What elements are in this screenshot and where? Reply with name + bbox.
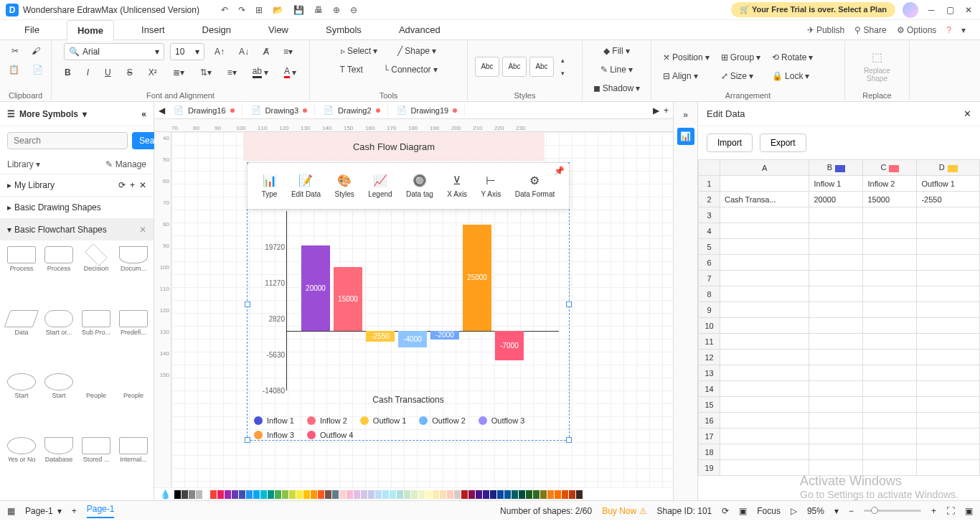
- color-swatch[interactable]: [239, 490, 245, 499]
- hamburger-icon[interactable]: ☰: [7, 109, 15, 119]
- color-swatch[interactable]: [339, 490, 346, 499]
- zoom-out-icon[interactable]: −: [849, 506, 854, 516]
- legend-inflow-2[interactable]: Inflow 2: [307, 416, 347, 425]
- copy-icon[interactable]: 📋: [4, 62, 24, 78]
- zoom-slider[interactable]: [864, 510, 921, 512]
- color-swatch[interactable]: [354, 490, 360, 499]
- color-swatch[interactable]: [555, 490, 561, 499]
- lib-refresh-icon[interactable]: ⟳: [118, 180, 126, 190]
- color-swatch[interactable]: [182, 490, 188, 499]
- lib-close-icon[interactable]: ✕: [139, 180, 146, 190]
- color-swatch[interactable]: [311, 490, 317, 499]
- color-swatch[interactable]: [425, 490, 432, 499]
- open-icon[interactable]: 📂: [273, 5, 283, 15]
- help-icon[interactable]: ?: [946, 25, 951, 35]
- symbols-tab[interactable]: Symbols: [316, 20, 372, 39]
- chart-dock-icon[interactable]: 📊: [677, 128, 694, 145]
- color-swatch[interactable]: [526, 490, 532, 499]
- shape-predefi-[interactable]: Predefi...: [118, 310, 149, 368]
- new-icon[interactable]: ⊞: [255, 5, 263, 15]
- bar-1[interactable]: 15000: [334, 267, 362, 331]
- italic-button[interactable]: I: [83, 63, 93, 81]
- lock-button[interactable]: 🔒 Lock▾: [768, 68, 817, 84]
- options-button[interactable]: ⚙ Options: [897, 25, 937, 35]
- eyedropper-icon[interactable]: 💧: [160, 490, 171, 500]
- superscript-button[interactable]: X²: [144, 63, 161, 81]
- refresh-icon[interactable]: ⟳: [722, 506, 729, 516]
- bar-0[interactable]: 20000: [301, 245, 330, 330]
- legend-outflow-3[interactable]: Outflow 3: [479, 416, 524, 425]
- close-button[interactable]: ✕: [963, 4, 974, 16]
- color-swatch[interactable]: [268, 490, 274, 499]
- legend-inflow-1[interactable]: Inflow 1: [254, 416, 294, 425]
- clear-format-icon[interactable]: A̸: [259, 43, 273, 60]
- color-palette[interactable]: 💧: [154, 487, 673, 500]
- doc-tab-3[interactable]: 📄 Drawing2: [316, 103, 387, 117]
- underline-button[interactable]: U: [100, 63, 116, 81]
- chart-styles-button[interactable]: 🎨Styles: [335, 174, 354, 198]
- color-swatch[interactable]: [275, 490, 281, 499]
- color-swatch[interactable]: [382, 490, 389, 499]
- cut-icon[interactable]: ✂: [7, 43, 23, 59]
- group-button[interactable]: ⊞ Group▾: [717, 50, 765, 65]
- bar-4[interactable]: -2000: [430, 331, 459, 340]
- zoom-label[interactable]: 95%: [807, 506, 824, 516]
- shape-tool[interactable]: ╱ Shape ▾: [393, 43, 440, 59]
- chart-legend-button[interactable]: 📈Legend: [368, 174, 392, 198]
- color-swatch[interactable]: [260, 490, 267, 499]
- color-swatch[interactable]: [404, 490, 410, 499]
- color-swatch[interactable]: [540, 490, 547, 499]
- shape-start-or-[interactable]: Start or...: [43, 310, 75, 368]
- color-swatch[interactable]: [533, 490, 540, 499]
- chart-xaxis-button[interactable]: ⊻X Axis: [447, 174, 467, 198]
- shape-database[interactable]: Database: [43, 437, 75, 495]
- color-swatch[interactable]: [225, 490, 231, 499]
- shadow-button[interactable]: ◼ Shadow▾: [589, 80, 644, 96]
- color-swatch[interactable]: [447, 490, 453, 499]
- zoomin-icon[interactable]: ⊕: [333, 5, 340, 15]
- color-swatch[interactable]: [433, 490, 439, 499]
- color-swatch[interactable]: [210, 490, 217, 499]
- color-swatch[interactable]: [440, 490, 446, 499]
- add-page-icon[interactable]: +: [72, 506, 77, 516]
- color-swatch[interactable]: [562, 490, 568, 499]
- more-symbols-label[interactable]: More Symbols: [19, 109, 78, 119]
- rotate-button[interactable]: ⟲ Rotate▾: [768, 50, 817, 65]
- color-swatch[interactable]: [253, 490, 260, 499]
- export-button[interactable]: Export: [760, 134, 806, 152]
- color-swatch[interactable]: [361, 490, 367, 499]
- color-swatch[interactable]: [576, 490, 583, 499]
- color-swatch[interactable]: [318, 490, 324, 499]
- collapse-panel-icon[interactable]: «: [141, 109, 146, 119]
- color-swatch[interactable]: [347, 490, 353, 499]
- print-icon[interactable]: 🖶: [314, 5, 323, 15]
- bold-button[interactable]: B: [60, 63, 75, 81]
- tab-add-icon[interactable]: +: [664, 106, 669, 116]
- connector-tool[interactable]: └ Connector ▾: [379, 62, 442, 78]
- color-swatch[interactable]: [375, 490, 382, 499]
- paragraph-icon[interactable]: ≡▾: [279, 43, 297, 60]
- color-swatch[interactable]: [547, 490, 554, 499]
- color-swatch[interactable]: [232, 490, 238, 499]
- legend-outflow-2[interactable]: Outflow 2: [419, 416, 465, 425]
- tab-next-icon[interactable]: ▶: [653, 106, 659, 116]
- buy-now-link[interactable]: Buy Now ⚠: [602, 506, 646, 516]
- color-swatch[interactable]: [203, 490, 209, 499]
- fit-page-icon[interactable]: ⛶: [946, 506, 955, 516]
- style-up-icon[interactable]: ▴: [557, 54, 569, 67]
- shape-decision[interactable]: Decision: [80, 246, 112, 304]
- shape-data[interactable]: Data: [6, 310, 37, 368]
- color-swatch[interactable]: [332, 490, 339, 499]
- color-swatch[interactable]: [512, 490, 518, 499]
- style-down-icon[interactable]: ▾: [557, 67, 569, 80]
- fontcolor-button[interactable]: A▾: [280, 63, 301, 81]
- basic-flowchart-section[interactable]: ▾ Basic Flowchart Shapes ✕: [0, 218, 154, 240]
- position-button[interactable]: ⤧ Position▾: [659, 50, 714, 65]
- doc-tab-2[interactable]: 📄 Drawing3: [244, 103, 315, 117]
- shape-internal-[interactable]: Internal...: [118, 437, 149, 495]
- color-swatch[interactable]: [196, 490, 202, 499]
- advanced-tab[interactable]: Advanced: [389, 20, 451, 39]
- legend-outflow-1[interactable]: Outflow 1: [360, 416, 406, 425]
- select-tool[interactable]: ▹ Select ▾: [336, 43, 382, 59]
- expand-dock-icon[interactable]: »: [677, 106, 694, 123]
